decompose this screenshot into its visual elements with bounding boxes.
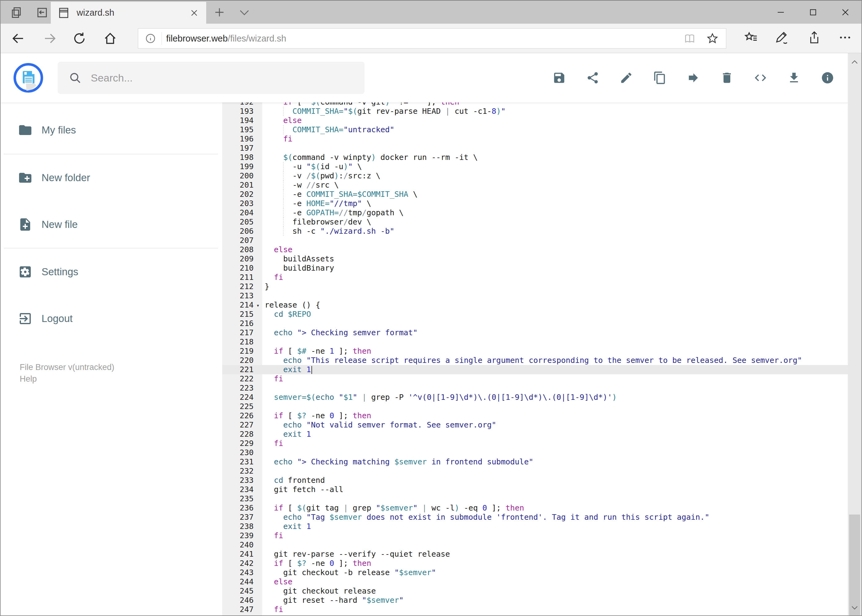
address-bar[interactable]: filebrowser.web/files/wizard.sh bbox=[138, 28, 726, 49]
code-line[interactable]: 209 buildAssets bbox=[222, 255, 848, 264]
code-text[interactable]: -e GOPATH=//tmp/gopath \ bbox=[262, 208, 848, 217]
code-line[interactable]: 221 exit 1 bbox=[222, 365, 848, 374]
sidebar-item-new-file[interactable]: New file bbox=[1, 215, 216, 234]
code-text[interactable]: fi bbox=[262, 273, 848, 282]
more-ellipsis-icon[interactable] bbox=[838, 30, 852, 45]
code-line[interactable]: 244 else bbox=[222, 577, 848, 586]
code-text[interactable]: echo "> Checking matching $semver in fro… bbox=[262, 457, 848, 467]
code-text[interactable]: echo "This release script requires a sin… bbox=[262, 356, 848, 365]
code-text[interactable]: fi bbox=[262, 134, 848, 144]
set-tabs-aside-icon[interactable] bbox=[9, 6, 23, 19]
share-icon[interactable] bbox=[807, 30, 821, 45]
code-line[interactable]: 230 bbox=[222, 448, 848, 457]
code-text[interactable] bbox=[262, 319, 848, 328]
code-text[interactable]: if [ "$(command -v git)" != "" ]; then bbox=[262, 102, 848, 107]
code-line[interactable]: 207 bbox=[222, 236, 848, 245]
page-info-icon[interactable] bbox=[145, 33, 156, 44]
code-text[interactable]: if [ $? -ne 0 ]; then bbox=[262, 411, 848, 420]
code-text[interactable]: cd $REPO bbox=[262, 310, 848, 319]
code-line[interactable]: 203 -e HOME="//tmp" \ bbox=[222, 199, 848, 208]
code-text[interactable]: filebrowser/dev \ bbox=[262, 217, 848, 227]
code-line[interactable]: 238 exit 1 bbox=[222, 522, 848, 531]
search-input[interactable] bbox=[91, 72, 343, 84]
code-line[interactable]: 216 bbox=[222, 319, 848, 328]
code-text[interactable] bbox=[262, 402, 848, 411]
code-line[interactable]: 206 sh -c "./wizard.sh -b" bbox=[222, 227, 848, 236]
code-text[interactable]: echo "Not valid semver format. See semve… bbox=[262, 420, 848, 430]
code-line[interactable]: 222 fi bbox=[222, 374, 848, 383]
home-icon[interactable] bbox=[103, 31, 118, 46]
code-text[interactable] bbox=[262, 291, 848, 300]
code-text[interactable]: buildAssets bbox=[262, 255, 848, 264]
info-button[interactable] bbox=[821, 71, 834, 85]
maximize-button[interactable] bbox=[797, 1, 829, 24]
code-line[interactable]: 202 -e COMMIT_SHA=$COMMIT_SHA \ bbox=[222, 190, 848, 199]
code-text[interactable]: sh -c "./wizard.sh -b" bbox=[262, 227, 848, 236]
save-button[interactable] bbox=[552, 71, 566, 85]
forward-icon[interactable] bbox=[43, 31, 57, 46]
scroll-up-icon[interactable] bbox=[848, 56, 861, 69]
code-line[interactable]: 201 -w //src \ bbox=[222, 181, 848, 190]
code-text[interactable] bbox=[262, 467, 848, 476]
code-line[interactable]: 210 buildBinary bbox=[222, 264, 848, 273]
code-line[interactable]: 204 -e GOPATH=//tmp/gopath \ bbox=[222, 208, 848, 217]
refresh-icon[interactable] bbox=[72, 31, 87, 46]
code-text[interactable]: -e HOME="//tmp" \ bbox=[262, 199, 848, 208]
code-line[interactable]: 194 else bbox=[222, 116, 848, 125]
code-line[interactable]: 192 if [ "$(command -v git)" != "" ]; th… bbox=[222, 102, 848, 107]
code-line[interactable]: 211 fi bbox=[222, 273, 848, 282]
hub-favorites-icon[interactable] bbox=[744, 30, 758, 45]
code-line[interactable]: 247 fi bbox=[222, 605, 848, 614]
filebrowser-logo[interactable] bbox=[14, 63, 43, 93]
delete-button[interactable] bbox=[720, 71, 734, 85]
code-text[interactable]: fi bbox=[262, 439, 848, 448]
code-line[interactable]: 219 if [ $# -ne 1 ]; then bbox=[222, 347, 848, 356]
code-line[interactable]: 231 echo "> Checking matching $semver in… bbox=[222, 457, 848, 467]
code-line[interactable]: 223 bbox=[222, 383, 848, 393]
edit-button[interactable] bbox=[619, 71, 633, 85]
code-line[interactable]: 193 COMMIT_SHA="$(git rev-parse HEAD | c… bbox=[222, 107, 848, 116]
tab-preview-chevron-icon[interactable] bbox=[238, 8, 251, 17]
browser-tab[interactable]: wizard.sh bbox=[51, 2, 206, 24]
code-text[interactable]: -e COMMIT_SHA=$COMMIT_SHA \ bbox=[262, 190, 848, 199]
code-text[interactable]: fi bbox=[262, 374, 848, 383]
code-line[interactable]: 212} bbox=[222, 282, 848, 291]
tab-close-icon[interactable] bbox=[189, 8, 199, 18]
code-line[interactable]: 229 fi bbox=[222, 439, 848, 448]
code-text[interactable]: git fetch --all bbox=[262, 485, 848, 494]
code-line[interactable]: 208 else bbox=[222, 245, 848, 255]
code-line[interactable]: 213 bbox=[222, 291, 848, 300]
code-line[interactable]: 237 echo "Tag $semver does not exist in … bbox=[222, 513, 848, 522]
share-file-button[interactable] bbox=[586, 71, 599, 85]
reading-view-icon[interactable] bbox=[684, 32, 696, 45]
page-scrollbar[interactable] bbox=[848, 53, 861, 615]
code-text[interactable]: cd frontend bbox=[262, 476, 848, 485]
code-line[interactable]: 236 if [ $(git tag | grep "$semver" | wc… bbox=[222, 503, 848, 513]
code-line[interactable]: 246 git reset --hard "$semver" bbox=[222, 596, 848, 605]
code-text[interactable] bbox=[262, 541, 848, 550]
code-text[interactable]: if [ $(git tag | grep "$semver" | wc -l)… bbox=[262, 503, 848, 513]
code-text[interactable]: exit 1 bbox=[262, 365, 848, 374]
code-text[interactable] bbox=[262, 383, 848, 393]
code-text[interactable]: git checkout -b release "$semver" bbox=[262, 568, 848, 577]
code-text[interactable]: echo "Tag $semver does not exist in subm… bbox=[262, 513, 848, 522]
close-button[interactable] bbox=[829, 1, 861, 24]
code-text[interactable]: else bbox=[262, 577, 848, 586]
help-link[interactable]: Help bbox=[20, 374, 37, 384]
code-line[interactable]: 220 echo "This release script requires a… bbox=[222, 356, 848, 365]
code-line[interactable]: 234 git fetch --all bbox=[222, 485, 848, 494]
code-text[interactable]: if [ $# -ne 1 ]; then bbox=[262, 347, 848, 356]
code-text[interactable]: -u "$(id -u)" \ bbox=[262, 162, 848, 171]
code-text[interactable]: COMMIT_SHA="untracked" bbox=[262, 125, 848, 134]
code-line[interactable]: 239 fi bbox=[222, 531, 848, 541]
code-line[interactable]: 195 COMMIT_SHA="untracked" bbox=[222, 125, 848, 134]
code-text[interactable]: release () { bbox=[262, 300, 848, 310]
ink-pen-icon[interactable] bbox=[775, 30, 790, 45]
code-text[interactable]: else bbox=[262, 116, 848, 125]
scroll-down-icon[interactable] bbox=[848, 600, 861, 614]
code-line[interactable]: 196 fi bbox=[222, 134, 848, 144]
code-line[interactable]: 205 filebrowser/dev \ bbox=[222, 217, 848, 227]
code-line[interactable]: 197 bbox=[222, 144, 848, 153]
code-text[interactable] bbox=[262, 448, 848, 457]
code-line[interactable]: 235 bbox=[222, 494, 848, 503]
